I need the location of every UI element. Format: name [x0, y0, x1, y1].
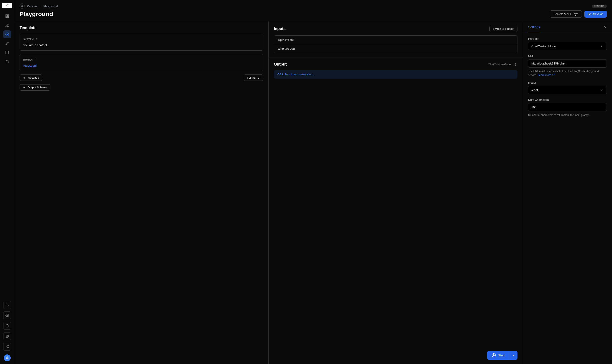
sort-icon[interactable]	[35, 37, 38, 41]
num-chars-label: Num Characters	[528, 98, 607, 102]
pencil-icon[interactable]	[3, 21, 11, 29]
start-dropdown[interactable]	[509, 351, 518, 360]
provider-select[interactable]: ChatCustomModel	[528, 42, 607, 50]
close-icon[interactable]	[603, 25, 607, 33]
provider-value: ChatCustomModel	[531, 45, 557, 48]
svg-point-10	[8, 345, 9, 346]
learn-more-link[interactable]: Learn more	[538, 73, 555, 77]
output-placeholder: Click Start to run generation...	[274, 70, 518, 79]
input-var-value[interactable]: Who are you	[274, 44, 517, 53]
gear-icon[interactable]	[3, 312, 11, 319]
template-title: Template	[20, 26, 37, 30]
breadcrumb-page[interactable]: Playground	[43, 5, 58, 8]
learn-more-label: Learn more	[538, 73, 551, 77]
chevron-down-icon	[512, 354, 515, 357]
message-plus-icon[interactable]	[3, 58, 11, 65]
database-icon[interactable]	[3, 49, 11, 56]
breadcrumb: Personal › Playground PENDING	[20, 3, 607, 9]
sort-icon	[257, 77, 260, 79]
header: Personal › Playground PENDING Playground…	[14, 0, 612, 21]
plus-icon	[23, 76, 26, 79]
url-label: URL	[528, 54, 607, 58]
page-title: Playground	[20, 11, 547, 18]
add-message-label: Message	[27, 76, 39, 79]
template-role-human: HUMAN	[23, 58, 33, 61]
save-as-button[interactable]: Save as	[585, 11, 607, 18]
output-title: Output	[274, 62, 287, 67]
template-card-human[interactable]: HUMAN {question}	[20, 54, 263, 71]
share-icon[interactable]	[3, 343, 11, 351]
inputs-title: Inputs	[274, 26, 286, 31]
template-content-system[interactable]: You are a chatbot.	[23, 43, 259, 47]
num-chars-input[interactable]	[531, 105, 603, 109]
svg-point-12	[8, 347, 9, 348]
sort-icon[interactable]	[34, 58, 37, 62]
output-schema-label: Output Schema	[27, 86, 47, 89]
output-schema-button[interactable]: Output Schema	[20, 84, 50, 91]
document-icon[interactable]	[3, 322, 11, 330]
template-content-human[interactable]: {question}	[23, 64, 259, 67]
rocket-icon[interactable]	[3, 39, 11, 47]
cloud-upload-icon	[588, 12, 591, 16]
chevron-right-icon: ›	[40, 5, 41, 8]
secrets-button[interactable]: Secrets & API Keys	[550, 11, 582, 18]
tab-settings[interactable]: Settings	[528, 25, 540, 32]
num-chars-help: Number of characters to return from the …	[528, 113, 607, 117]
svg-point-11	[6, 346, 7, 347]
svg-line-13	[7, 347, 8, 348]
input-var-name[interactable]: {question}	[274, 36, 517, 44]
sidebar	[0, 0, 14, 364]
plus-icon	[23, 86, 26, 89]
output-model-label: ChatCustomModel	[488, 63, 511, 66]
svg-rect-0	[6, 14, 7, 16]
moon-icon[interactable]	[3, 301, 11, 309]
start-button[interactable]: Start	[487, 351, 509, 360]
status-badge: PENDING	[592, 5, 607, 8]
model-value: /chat	[531, 88, 538, 92]
svg-rect-2	[6, 16, 7, 18]
chevron-down-icon	[600, 88, 603, 92]
breadcrumb-workspace[interactable]: Personal	[27, 5, 38, 8]
fstring-selector[interactable]: f-string	[244, 75, 263, 81]
chevron-down-icon	[600, 45, 603, 48]
svg-marker-5	[7, 34, 8, 35]
save-as-label: Save as	[593, 12, 603, 16]
template-role-system: SYSTEM	[23, 38, 34, 41]
svg-marker-31	[493, 355, 495, 356]
model-label: Model	[528, 81, 607, 84]
provider-label: Provider	[528, 37, 607, 40]
url-field[interactable]	[528, 59, 607, 67]
svg-rect-1	[7, 14, 9, 16]
svg-point-6	[6, 51, 9, 52]
svg-point-16	[22, 5, 23, 6]
svg-point-7	[7, 315, 8, 316]
switch-dataset-button[interactable]: Switch to dataset	[489, 26, 518, 32]
workspace-icon[interactable]	[20, 3, 25, 9]
add-message-button[interactable]: Message	[20, 75, 42, 81]
fstring-label: f-string	[247, 76, 256, 79]
play-circle-icon[interactable]	[3, 30, 11, 38]
svg-point-15	[7, 357, 8, 358]
dashboard-icon[interactable]	[3, 12, 11, 20]
svg-rect-3	[7, 16, 9, 18]
globe-icon[interactable]	[3, 332, 11, 340]
svg-line-14	[7, 346, 8, 346]
start-label: Start	[498, 353, 505, 357]
num-chars-field[interactable]	[528, 103, 607, 111]
play-circle-icon	[492, 353, 496, 357]
sliders-icon[interactable]	[514, 63, 518, 66]
external-link-icon	[552, 74, 555, 77]
url-input[interactable]	[531, 62, 603, 65]
inputs-box: {question} Who are you	[274, 35, 518, 53]
model-select[interactable]: /chat	[528, 86, 607, 94]
logo[interactable]	[2, 3, 12, 8]
avatar[interactable]	[4, 354, 11, 361]
template-card-system[interactable]: SYSTEM You are a chatbot.	[20, 34, 263, 51]
